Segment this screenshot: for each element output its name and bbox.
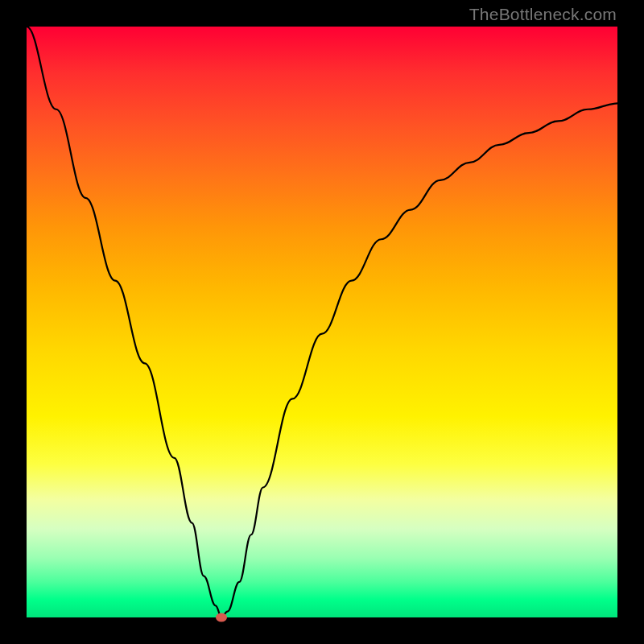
bottleneck-curve xyxy=(27,27,617,617)
plot-area xyxy=(27,27,617,617)
watermark-text: TheBottleneck.com xyxy=(469,5,617,24)
optimal-point-marker xyxy=(216,613,227,622)
chart-frame: TheBottleneck.com xyxy=(0,0,644,644)
